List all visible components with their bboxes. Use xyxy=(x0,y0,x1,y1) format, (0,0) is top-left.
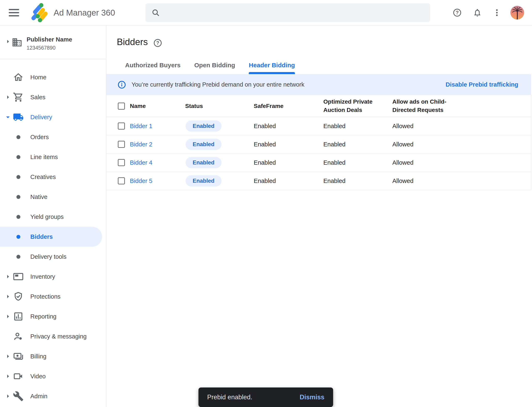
sidebar-item-creatives[interactable]: Creatives xyxy=(0,167,106,187)
caret-right-icon xyxy=(4,352,12,360)
video-icon xyxy=(13,371,24,382)
sidebar-item-label: Sales xyxy=(30,94,46,101)
sidebar-item-native[interactable]: Native xyxy=(0,187,106,207)
caret-spacer xyxy=(4,213,12,221)
bidder-name-link[interactable]: Bidder 1 xyxy=(130,117,152,135)
sidebar-item-delivery-tools[interactable]: Delivery tools xyxy=(0,247,106,267)
caret-right-icon xyxy=(4,37,12,46)
sidebar-item-line-items[interactable]: Line items xyxy=(0,147,106,167)
tab-label: Open Bidding xyxy=(194,62,235,69)
toast-dismiss-button[interactable]: Dismiss xyxy=(300,393,324,401)
sidebar-item-reporting[interactable]: Reporting xyxy=(0,306,106,326)
bullet-dot-icon xyxy=(16,135,20,139)
privacy-icon xyxy=(13,331,24,342)
more-options-icon[interactable] xyxy=(492,8,501,17)
bidder-name-link[interactable]: Bidder 2 xyxy=(130,135,152,153)
report-icon xyxy=(13,311,24,322)
bullet-slot xyxy=(13,132,24,142)
sidebar-item-bidders[interactable]: Bidders xyxy=(0,227,102,247)
publisher-id: 1234567890 xyxy=(27,45,56,51)
sidebar-item-billing[interactable]: Billing xyxy=(0,346,106,366)
sidebar-item-protections[interactable]: Protections xyxy=(0,287,106,306)
status-badge: Enabled xyxy=(185,120,222,132)
row-checkbox[interactable] xyxy=(118,123,125,130)
sidebar: Publisher Name 1234567890 HomeSalesDeliv… xyxy=(0,25,106,407)
notifications-bell-icon[interactable] xyxy=(473,8,482,17)
sidebar-item-admin[interactable]: Admin xyxy=(0,386,106,406)
sidebar-item-privacy-messaging[interactable]: Privacy & messaging xyxy=(0,326,106,346)
search-input[interactable] xyxy=(165,9,424,16)
sidebar-nav: HomeSalesDeliveryOrdersLine itemsCreativ… xyxy=(0,59,106,406)
hamburger-menu-icon[interactable] xyxy=(9,8,20,18)
child-directed-value: Allowed xyxy=(392,172,413,190)
main-content: Bidders ? Authorized BuyersOpen BiddingH… xyxy=(106,25,532,407)
page-help-icon[interactable]: ? xyxy=(153,39,162,47)
sidebar-item-label: Billing xyxy=(30,353,46,360)
building-icon xyxy=(12,37,23,48)
sidebar-item-home[interactable]: Home xyxy=(0,67,106,87)
caret-right-icon xyxy=(4,93,12,101)
sidebar-item-label: Native xyxy=(30,194,47,200)
search-icon xyxy=(151,8,160,17)
palm-tree-photo xyxy=(510,6,524,20)
truck-icon xyxy=(13,112,24,123)
caret-spacer xyxy=(4,193,12,201)
row-checkbox[interactable] xyxy=(118,141,125,148)
help-icon[interactable]: ? xyxy=(453,8,462,17)
product-title: Ad Manager 360 xyxy=(54,0,115,25)
bullet-dot-icon xyxy=(16,255,20,259)
status-badge: Enabled xyxy=(185,157,222,168)
bullet-slot xyxy=(13,172,24,182)
sidebar-item-orders[interactable]: Orders xyxy=(0,127,106,147)
billing-icon xyxy=(13,351,24,362)
optimized-private-auction-deals-value: Enabled xyxy=(323,135,345,153)
bidder-name-link[interactable]: Bidder 4 xyxy=(130,153,152,172)
tab-authorized-buyers[interactable]: Authorized Buyers xyxy=(125,58,181,74)
banner-message: You’re currently trafficking Prebid dema… xyxy=(132,81,305,88)
network-switcher[interactable]: Publisher Name 1234567890 xyxy=(0,25,106,59)
caret-spacer xyxy=(4,233,12,241)
admin-icon xyxy=(13,391,24,402)
prebid-info-banner: You’re currently trafficking Prebid dema… xyxy=(106,74,531,95)
publisher-name: Publisher Name xyxy=(27,36,72,43)
sidebar-item-sales[interactable]: Sales xyxy=(0,87,106,107)
sidebar-item-video[interactable]: Video xyxy=(0,366,106,386)
caret-right-icon xyxy=(4,392,12,400)
table-row-bidder-5: Bidder 5EnabledEnabledEnabledAllowed xyxy=(106,172,531,190)
sidebar-item-yield-groups[interactable]: Yield groups xyxy=(0,207,106,227)
inventory-icon xyxy=(13,271,24,282)
caret-spacer xyxy=(4,153,12,161)
caret-right-icon xyxy=(4,312,12,321)
tab-open-bidding[interactable]: Open Bidding xyxy=(194,58,235,74)
select-all-checkbox[interactable] xyxy=(118,102,125,110)
bullet-slot xyxy=(13,191,24,202)
global-search[interactable] xyxy=(145,3,430,22)
shield-icon xyxy=(13,291,24,302)
sidebar-item-label: Video xyxy=(30,373,46,380)
column-header-allow-ads-on-child-directed-requests: Allow ads on Child-Directed Requests xyxy=(392,98,463,114)
bidder-name-link[interactable]: Bidder 5 xyxy=(130,172,152,190)
top-app-bar: Ad Manager 360 ? xyxy=(0,0,532,25)
sidebar-item-inventory[interactable]: Inventory xyxy=(0,267,106,287)
tab-header-bidding[interactable]: Header Bidding xyxy=(249,58,295,74)
sidebar-item-delivery[interactable]: Delivery xyxy=(0,107,106,127)
cart-icon xyxy=(13,92,24,102)
bullet-slot xyxy=(13,152,24,162)
sidebar-item-label: Line items xyxy=(30,154,58,161)
home-icon xyxy=(13,72,24,83)
caret-spacer xyxy=(4,332,12,341)
column-header-name: Name xyxy=(130,95,146,117)
sidebar-item-label: Bidders xyxy=(30,233,53,240)
bullet-slot xyxy=(13,231,24,242)
ad-manager-logo-icon xyxy=(31,2,48,23)
row-checkbox[interactable] xyxy=(118,159,125,166)
user-avatar[interactable] xyxy=(510,6,524,20)
child-directed-value: Allowed xyxy=(392,153,413,172)
child-directed-value: Allowed xyxy=(392,135,413,153)
column-header-safeframe: SafeFrame xyxy=(254,95,283,117)
row-checkbox[interactable] xyxy=(118,177,125,184)
column-header-status: Status xyxy=(185,95,203,117)
disable-prebid-trafficking-link[interactable]: Disable Prebid trafficking xyxy=(445,81,518,88)
caret-right-icon xyxy=(4,292,12,301)
safeframe-value: Enabled xyxy=(254,135,276,153)
